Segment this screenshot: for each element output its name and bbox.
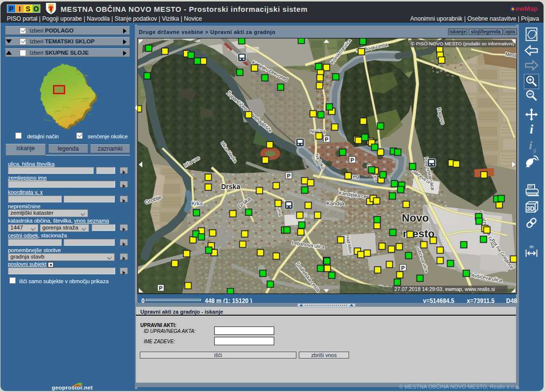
svg-text:P: P <box>351 157 354 163</box>
svg-text:g: g <box>533 146 536 153</box>
svg-text:P: P <box>159 285 162 291</box>
svg-text:P: P <box>401 265 405 271</box>
svg-text:© PISO-NOVO MESTO (podatki so: © PISO-NOVO MESTO (podatki so informativ… <box>411 41 514 46</box>
svg-text:i: i <box>529 139 532 152</box>
svg-text:m: m <box>530 244 534 249</box>
svg-text:27.07.2018 14:29:03, ewmap, ww: 27.07.2018 14:29:03, ewmap, www.realis.s… <box>394 286 495 292</box>
svg-text:Drska: Drska <box>221 183 240 191</box>
svg-text:Novo: Novo <box>402 212 429 224</box>
svg-text:Krka: Krka <box>192 200 203 206</box>
svg-text:3D: 3D <box>527 205 535 212</box>
svg-text:P: P <box>287 173 290 179</box>
svg-text:Kandija: Kandija <box>326 200 345 206</box>
svg-text:P: P <box>325 136 328 142</box>
svg-text:i: i <box>530 122 533 136</box>
